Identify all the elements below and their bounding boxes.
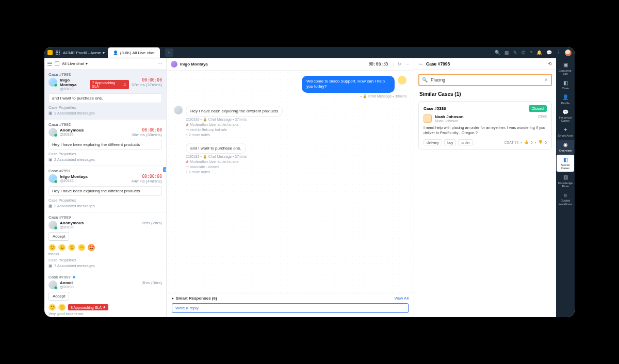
case-properties[interactable]: Case Properties bbox=[48, 198, 162, 203]
emoji-icon[interactable]: 😶 bbox=[78, 244, 85, 251]
tab-all-live-chat[interactable]: 👤 (3.6K) All Live chat bbox=[108, 47, 160, 58]
message-preview: Hey I have been exploring the different … bbox=[48, 140, 162, 150]
associated-messages[interactable]: ▣ 7 Associated messages bbox=[48, 263, 162, 268]
case-list-panel: All Live chat ▾ ⋯ Case #7993 Inigo Monta… bbox=[44, 58, 167, 317]
case-properties[interactable]: Case Properties bbox=[48, 152, 162, 156]
accept-button[interactable]: Accept bbox=[48, 232, 69, 241]
similar-user-avatar bbox=[423, 114, 432, 123]
similar-case-age: 23hrs bbox=[537, 114, 547, 118]
case-id: Case #7993 bbox=[48, 72, 162, 77]
similar-case-card[interactable]: Case #5380 Closed Noah Johnson Noah John… bbox=[418, 101, 552, 150]
search-icon: 🔍 bbox=[422, 77, 428, 82]
associated-messages[interactable]: ▣ 3 Associated messages bbox=[48, 111, 162, 115]
tag[interactable]: buy bbox=[444, 139, 456, 145]
rail-case[interactable]: ◧Case bbox=[557, 78, 574, 92]
chat-timer: 00:06:35 bbox=[368, 62, 388, 67]
edit-icon[interactable]: ✎ bbox=[513, 50, 517, 55]
list-title[interactable]: All Live chat ▾ bbox=[62, 61, 155, 66]
customer-avatar bbox=[48, 280, 57, 289]
case-item[interactable]: Case #7993 Inigo Montaya @20183 7 Approa… bbox=[44, 70, 166, 120]
workspace-switcher[interactable]: ACME Prod0 - Acme▾ bbox=[63, 51, 105, 55]
case-item[interactable]: ‹ Case #7991 Inigo Montaya @20183 00:00:… bbox=[44, 166, 166, 212]
customer-avatar bbox=[174, 106, 183, 114]
rail-overview[interactable]: ◉Overview bbox=[557, 140, 574, 154]
clear-icon[interactable]: ✕ bbox=[544, 77, 548, 82]
rail-profile[interactable]: 👤Profile bbox=[557, 92, 574, 107]
agent-message-meta: • 🔒 Chat Message • 38mins bbox=[174, 94, 406, 98]
customer-handle: @20186 bbox=[60, 225, 139, 229]
bell-icon[interactable]: 🔔 bbox=[536, 50, 542, 55]
workflow-icon: ⎋ bbox=[564, 193, 567, 198]
back-icon[interactable]: ← bbox=[418, 61, 423, 67]
case-timer: 00:00:00 bbox=[132, 78, 162, 82]
customer-avatar bbox=[48, 174, 57, 183]
customer-avatar bbox=[48, 221, 57, 229]
tag[interactable]: delivery bbox=[423, 139, 442, 145]
book-icon: ▥ bbox=[563, 175, 568, 180]
emoji-reactions: 🙂 😐 🙁 😶 🤩 bbox=[48, 244, 162, 251]
thumbs-down-icon: 👎 bbox=[538, 140, 543, 144]
emoji-icon[interactable]: 🙂 bbox=[48, 304, 56, 311]
calendar-icon[interactable]: ▦ bbox=[504, 50, 509, 55]
case-item[interactable]: Case #7987 Anmol @20188 3hrs (3hrs) Acce… bbox=[44, 272, 166, 317]
rail-conversation[interactable]: ▣Conversa- tion bbox=[557, 60, 574, 77]
case-id: Case #7987 bbox=[48, 275, 162, 279]
chat-icon[interactable]: 💬 bbox=[546, 50, 552, 55]
case-properties[interactable]: Case Properties bbox=[48, 258, 162, 262]
associated-messages[interactable]: ▣ 3 Associated messages bbox=[48, 204, 162, 208]
smart-responses-label[interactable]: Smart Responses (6) bbox=[176, 296, 217, 301]
customer-name: Anmol bbox=[60, 280, 139, 285]
trailing-text: Very good experience bbox=[48, 312, 162, 316]
rail-knowledge-base[interactable]: ▥Knowledge Base bbox=[557, 172, 574, 190]
expand-icon[interactable]: ▸ bbox=[172, 296, 174, 301]
similar-icon: ◧ bbox=[563, 157, 568, 163]
more-notes-link[interactable]: + 2 more notes bbox=[186, 170, 406, 174]
phone-icon[interactable]: ✆ bbox=[522, 50, 526, 55]
add-tab-button[interactable]: + bbox=[165, 48, 173, 57]
rail-guided-workflows[interactable]: ⎋Guided Workflows bbox=[557, 190, 574, 208]
customer-name: Anonymous bbox=[60, 128, 129, 133]
similar-user-sub: Noah Johnson bbox=[435, 119, 464, 123]
agent-avatar bbox=[398, 76, 406, 85]
rail-similar-cases[interactable]: ◧Similar Cases bbox=[557, 155, 574, 172]
accept-button[interactable]: Accept bbox=[48, 292, 69, 301]
message-meta: @20183 • 🔒 Chat Message • 37mins bbox=[186, 118, 406, 122]
similar-search-input[interactable] bbox=[418, 74, 552, 86]
apps-grid-icon[interactable] bbox=[56, 51, 60, 55]
emoji-icon[interactable]: 😐 bbox=[58, 244, 66, 251]
emoji-icon[interactable]: 🙁 bbox=[68, 244, 75, 251]
emoji-icon[interactable]: 🤩 bbox=[88, 244, 95, 251]
view-all-link[interactable]: View All bbox=[394, 296, 409, 301]
case-item[interactable]: Case #7989 Anonymous @20186 2hrs (2hrs) … bbox=[44, 212, 166, 272]
menu-icon[interactable]: ⋮ bbox=[556, 50, 561, 55]
chat-customer-avatar bbox=[171, 61, 177, 68]
hamburger-icon[interactable] bbox=[47, 62, 52, 65]
case-id: Case #7992 bbox=[48, 122, 162, 127]
refresh-icon[interactable]: ↻ bbox=[398, 62, 401, 67]
emoji-icon[interactable]: 🙂 bbox=[48, 244, 56, 251]
help-icon[interactable]: ? bbox=[530, 50, 532, 55]
emoji-icon[interactable]: 😐 bbox=[58, 304, 66, 311]
select-all-checkbox[interactable] bbox=[55, 61, 59, 66]
rail-historical-cases[interactable]: 💬Historical Cases bbox=[557, 107, 574, 125]
similar-cases-heading: Similar Cases (1) bbox=[414, 90, 556, 101]
collapse-toggle[interactable]: ‹ bbox=[163, 167, 166, 172]
customer-message: and I want to purchase one. bbox=[186, 143, 246, 154]
share-icon[interactable]: ⟲ bbox=[548, 61, 552, 67]
more-notes-link[interactable]: + 2 more notes bbox=[186, 133, 406, 137]
chat-more-icon[interactable]: ⋯ bbox=[405, 62, 410, 67]
tag[interactable]: order bbox=[458, 139, 473, 145]
search-icon[interactable]: 🔍 bbox=[495, 50, 500, 55]
user-avatar[interactable] bbox=[565, 49, 572, 56]
case-item[interactable]: Case #7992 Anonymous @20186 00:00:00 38m… bbox=[44, 120, 166, 166]
case-properties[interactable]: Case Properties bbox=[48, 105, 162, 110]
case-age: 2hrs (2hrs) bbox=[142, 221, 162, 225]
message-meta: @20183 • 🔒 Chat Message • 37mins bbox=[186, 155, 406, 159]
rail-smart-assist[interactable]: ✦Smart Asist bbox=[557, 125, 574, 139]
message-preview: and I want to purchase one. bbox=[48, 93, 162, 103]
list-more-icon[interactable]: ⋯ bbox=[157, 61, 163, 67]
case-age: 37mins (37mins) bbox=[132, 82, 162, 87]
reply-input[interactable]: Write a reply bbox=[172, 303, 409, 313]
eye-icon: ◉ bbox=[563, 142, 568, 148]
associated-messages[interactable]: ▣ 2 Associated messages bbox=[48, 157, 162, 162]
